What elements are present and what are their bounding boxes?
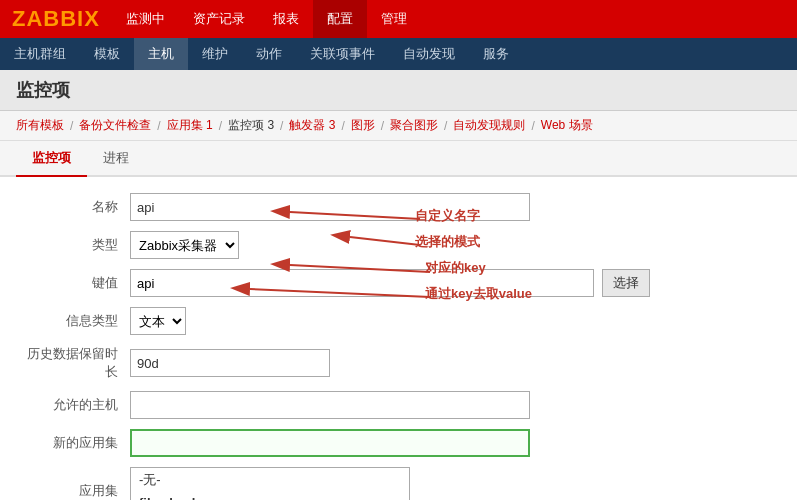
breadcrumb-all-templates[interactable]: 所有模板 bbox=[16, 117, 64, 134]
form-row-info-type: 信息类型 文本 bbox=[20, 307, 777, 335]
nav-maintenance[interactable]: 维护 bbox=[188, 38, 242, 70]
nav-config[interactable]: 配置 bbox=[313, 0, 367, 38]
nav-services[interactable]: 服务 bbox=[469, 38, 523, 70]
form-row-allow-host: 允许的主机 bbox=[20, 391, 777, 419]
breadcrumb-sep-8: / bbox=[531, 119, 534, 133]
type-label: 类型 bbox=[20, 236, 130, 254]
breadcrumb-sep-7: / bbox=[444, 119, 447, 133]
form-row-name: 名称 bbox=[20, 193, 777, 221]
breadcrumb-sep-2: / bbox=[157, 119, 160, 133]
allow-host-input[interactable] bbox=[130, 391, 530, 419]
name-input[interactable] bbox=[130, 193, 530, 221]
breadcrumb-sep-4: / bbox=[280, 119, 283, 133]
info-type-select[interactable]: 文本 bbox=[130, 307, 186, 335]
nav-correlation[interactable]: 关联项事件 bbox=[296, 38, 389, 70]
history-input[interactable] bbox=[130, 349, 330, 377]
sub-tabs: 监控项 进程 bbox=[0, 141, 797, 177]
breadcrumb-aggregate[interactable]: 聚合图形 bbox=[390, 117, 438, 134]
nav-reports[interactable]: 报表 bbox=[259, 0, 313, 38]
logo-z: Z bbox=[12, 6, 26, 31]
history-control bbox=[130, 349, 330, 377]
breadcrumb: 所有模板 / 备份文件检查 / 应用集 1 / 监控项 3 / 触发器 3 / … bbox=[0, 111, 797, 141]
breadcrumb-sep-1: / bbox=[70, 119, 73, 133]
tab-monitor-item[interactable]: 监控项 bbox=[16, 141, 87, 177]
breadcrumb-trigger[interactable]: 触发器 3 bbox=[289, 117, 335, 134]
form-row-type: 类型 Zabbix采集器 bbox=[20, 231, 777, 259]
history-label: 历史数据保留时长 bbox=[20, 345, 130, 381]
nav-hosts[interactable]: 主机 bbox=[134, 38, 188, 70]
key-control: 选择 bbox=[130, 269, 650, 297]
breadcrumb-sep-6: / bbox=[381, 119, 384, 133]
form-row-app: 应用集 -无- file-check bbox=[20, 467, 777, 500]
breadcrumb-appset[interactable]: 应用集 1 bbox=[167, 117, 213, 134]
allow-host-label: 允许的主机 bbox=[20, 396, 130, 414]
logo: ZABBIX bbox=[0, 0, 112, 38]
breadcrumb-auto-discovery[interactable]: 自动发现规则 bbox=[453, 117, 525, 134]
type-select[interactable]: Zabbix采集器 bbox=[130, 231, 239, 259]
nav-monitor[interactable]: 监测中 bbox=[112, 0, 179, 38]
breadcrumb-monitor-item: 监控项 3 bbox=[228, 117, 274, 134]
breadcrumb-sep-3: / bbox=[219, 119, 222, 133]
key-input[interactable] bbox=[130, 269, 594, 297]
allow-host-control bbox=[130, 391, 530, 419]
info-type-label: 信息类型 bbox=[20, 312, 130, 330]
app-control: -无- file-check bbox=[130, 467, 777, 500]
second-navigation: 主机群组 模板 主机 维护 动作 关联项事件 自动发现 服务 bbox=[0, 38, 797, 70]
main-content: 自定义名字 选择的模式 对应的key 通过key去取value 名称 类型 Za… bbox=[0, 177, 797, 500]
form-row-key: 键值 选择 bbox=[20, 269, 777, 297]
info-type-control: 文本 bbox=[130, 307, 777, 335]
new-app-control bbox=[130, 429, 530, 457]
breadcrumb-sep-5: / bbox=[341, 119, 344, 133]
form-row-new-app: 新的应用集 bbox=[20, 429, 777, 457]
new-app-label: 新的应用集 bbox=[20, 434, 130, 452]
top-navigation: ZABBIX 监测中 资产记录 报表 配置 管理 bbox=[0, 0, 797, 38]
nav-discovery[interactable]: 自动发现 bbox=[389, 38, 469, 70]
app-label: 应用集 bbox=[20, 482, 130, 500]
logo-text: ZABBIX bbox=[12, 6, 100, 32]
new-app-input[interactable] bbox=[130, 429, 530, 457]
page-header: 监控项 bbox=[0, 70, 797, 111]
breadcrumb-backup[interactable]: 备份文件检查 bbox=[79, 117, 151, 134]
app-item-none[interactable]: -无- bbox=[131, 468, 409, 492]
app-list: -无- file-check bbox=[130, 467, 410, 500]
name-control bbox=[130, 193, 530, 221]
breadcrumb-web-scenario[interactable]: Web 场景 bbox=[541, 117, 593, 134]
app-item-file-check[interactable]: file-check bbox=[131, 492, 409, 500]
nav-host-groups[interactable]: 主机群组 bbox=[0, 38, 80, 70]
nav-assets[interactable]: 资产记录 bbox=[179, 0, 259, 38]
breadcrumb-graph[interactable]: 图形 bbox=[351, 117, 375, 134]
tab-process[interactable]: 进程 bbox=[87, 141, 145, 177]
key-select-button[interactable]: 选择 bbox=[602, 269, 650, 297]
top-nav-items: 监测中 资产记录 报表 配置 管理 bbox=[112, 0, 421, 38]
name-label: 名称 bbox=[20, 198, 130, 216]
nav-actions[interactable]: 动作 bbox=[242, 38, 296, 70]
type-control: Zabbix采集器 bbox=[130, 231, 777, 259]
nav-admin[interactable]: 管理 bbox=[367, 0, 421, 38]
key-label: 键值 bbox=[20, 274, 130, 292]
nav-templates[interactable]: 模板 bbox=[80, 38, 134, 70]
form-row-history: 历史数据保留时长 bbox=[20, 345, 777, 381]
page-title: 监控项 bbox=[16, 78, 781, 102]
